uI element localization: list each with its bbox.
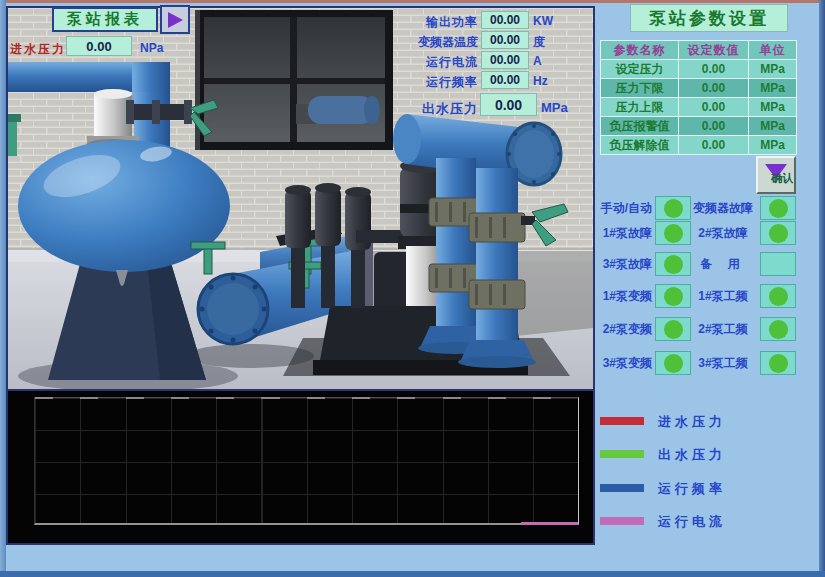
legend-label-running-frequency: 运行频率 xyxy=(658,480,726,498)
green-lamp-icon xyxy=(769,224,788,243)
outlet-pressure-unit: MPa xyxy=(541,100,568,115)
param-value[interactable]: 0.00 xyxy=(679,98,749,117)
settings-panel-title: 泵站参数设置 xyxy=(630,4,788,32)
output-power-unit: KW xyxy=(533,14,553,28)
output-power-label: 输出功率 xyxy=(394,14,478,31)
status-label-pump3-mains: 3#泵工频 xyxy=(686,355,760,372)
green-lamp-icon xyxy=(769,320,788,339)
status-label-pump2-mains: 2#泵工频 xyxy=(686,321,760,338)
inlet-pressure-value: 0.00 xyxy=(66,36,132,56)
status-label-spare: 备 用 xyxy=(686,256,760,273)
green-lamp-icon xyxy=(664,287,683,306)
status-lamp-vfd-fault xyxy=(760,196,796,220)
status-lamp-pump3-mains xyxy=(760,351,796,375)
settings-row: 设定压力 0.00 MPa xyxy=(601,60,797,79)
running-current-label: 运行电流 xyxy=(394,54,478,71)
confirm-button[interactable]: 确认 xyxy=(756,156,796,194)
legend-swatch-inlet-pressure xyxy=(600,417,644,425)
green-lamp-icon xyxy=(769,199,788,218)
confirm-button-label: 确认 xyxy=(771,171,793,186)
inlet-pressure-label: 进水压力 xyxy=(10,41,66,58)
green-lamp-icon xyxy=(664,255,683,274)
settings-row: 负压报警值 0.00 MPa xyxy=(601,117,797,136)
legend-swatch-running-frequency xyxy=(600,484,644,492)
status-label-pump3-fault: 3#泵故障 xyxy=(578,256,652,273)
param-unit: MPa xyxy=(749,117,797,136)
settings-row: 压力上限 0.00 MPa xyxy=(601,98,797,117)
outlet-pressure-value: 0.00 xyxy=(480,93,537,116)
legend-label-outlet-pressure: 出水压力 xyxy=(658,446,726,464)
settings-table-header-row: 参数名称 设定数值 单位 xyxy=(601,41,797,60)
running-current-unit: A xyxy=(533,54,542,68)
report-nav-button[interactable] xyxy=(160,5,190,34)
trend-plot-area xyxy=(34,397,579,525)
report-button[interactable]: 泵站报表 xyxy=(52,7,158,32)
param-value[interactable]: 0.00 xyxy=(679,117,749,136)
window-border-right xyxy=(819,0,825,577)
param-value[interactable]: 0.00 xyxy=(679,60,749,79)
legend-swatch-outlet-pressure xyxy=(600,450,644,458)
vfd-temperature-label: 变频器温度 xyxy=(394,34,478,51)
status-lamp-pump2-mains xyxy=(760,317,796,341)
param-unit: MPa xyxy=(749,98,797,117)
running-current-trace xyxy=(521,522,578,525)
running-current-value: 00.00 xyxy=(481,51,529,69)
legend-label-inlet-pressure: 进水压力 xyxy=(658,413,726,431)
window-border-bottom xyxy=(0,571,825,577)
window-border-top xyxy=(0,0,825,3)
status-label-pump3-vfd: 3#泵变频 xyxy=(578,355,652,372)
status-label-pump1-mains: 1#泵工频 xyxy=(686,288,760,305)
settings-row: 负压解除值 0.00 MPa xyxy=(601,136,797,155)
param-name: 负压解除值 xyxy=(601,136,679,155)
play-icon xyxy=(168,12,183,28)
col-header-param: 参数名称 xyxy=(601,41,679,60)
vfd-temperature-value: 00.00 xyxy=(481,31,529,49)
param-name: 压力上限 xyxy=(601,98,679,117)
legend-swatch-running-current xyxy=(600,517,644,525)
param-name: 压力下限 xyxy=(601,79,679,98)
green-lamp-icon xyxy=(664,320,683,339)
status-label-pump1-fault: 1#泵故障 xyxy=(578,225,652,242)
vfd-temperature-unit: 度 xyxy=(533,34,545,51)
green-lamp-icon xyxy=(664,199,683,218)
param-unit: MPa xyxy=(749,60,797,79)
output-power-value: 00.00 xyxy=(481,11,529,29)
status-label-auto-manual: 手动/自动 xyxy=(578,200,652,217)
settings-table: 参数名称 设定数值 单位 设定压力 0.00 MPa 压力下限 0.00 MPa… xyxy=(600,40,797,155)
status-lamp-pump2-fault xyxy=(760,221,796,245)
param-unit: MPa xyxy=(749,79,797,98)
pump-station-hmi-screen: 泵站报表 进水压力 0.00 NPa 输出功率 00.00 KW 变频器温度 0… xyxy=(0,0,825,577)
green-lamp-icon xyxy=(769,354,788,373)
green-lamp-icon xyxy=(664,354,683,373)
param-name: 负压报警值 xyxy=(601,117,679,136)
green-lamp-icon xyxy=(664,224,683,243)
param-value[interactable]: 0.00 xyxy=(679,136,749,155)
green-lamp-icon xyxy=(769,287,788,306)
param-name: 设定压力 xyxy=(601,60,679,79)
running-frequency-unit: Hz xyxy=(533,74,548,88)
window-border-left xyxy=(0,0,6,577)
legend-label-running-current: 运行电流 xyxy=(658,513,726,531)
settings-row: 压力下限 0.00 MPa xyxy=(601,79,797,98)
outlet-pressure-label: 出水压力 xyxy=(410,100,478,118)
running-frequency-value: 00.00 xyxy=(481,71,529,89)
status-label-vfd-fault: 变频器故障 xyxy=(686,200,760,217)
status-label-pump2-vfd: 2#泵变频 xyxy=(578,321,652,338)
plot-top-ticks xyxy=(35,397,578,399)
col-header-value: 设定数值 xyxy=(679,41,749,60)
status-label-pump2-fault: 2#泵故障 xyxy=(686,225,760,242)
param-value[interactable]: 0.00 xyxy=(679,79,749,98)
inlet-pressure-unit: NPa xyxy=(140,41,163,55)
status-lamp-spare xyxy=(760,252,796,276)
trend-chart xyxy=(8,391,593,543)
param-unit: MPa xyxy=(749,136,797,155)
col-header-unit: 单位 xyxy=(749,41,797,60)
status-lamp-pump1-mains xyxy=(760,284,796,308)
status-label-pump1-vfd: 1#泵变频 xyxy=(578,288,652,305)
running-frequency-label: 运行频率 xyxy=(394,74,478,91)
